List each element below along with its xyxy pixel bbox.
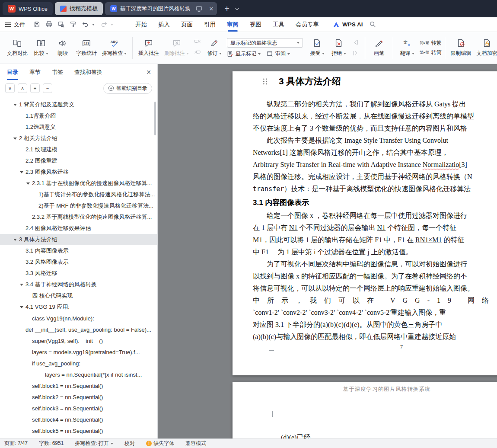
review-pane-button[interactable]: 审阅 <box>267 50 290 58</box>
paragraph-drag-handle[interactable] <box>262 78 268 85</box>
document-page-1[interactable]: 3 具体方法介绍纵观第二部分的相关方法，我们了解到图像风格迁移从 Gatys 提… <box>233 71 497 375</box>
toc-item[interactable]: 3.3 风格迁移 <box>0 268 157 279</box>
doc-text-line[interactable]: 对应图 3.1 下半部分的(a)(b)(c)(d)(e)。从图中的黄色三角房子中 <box>253 319 497 331</box>
toc-item[interactable]: 3.1 内容图像表示 <box>0 245 157 256</box>
doc-text-line[interactable]: 络的风格迁移以来，经过不断发展，从在线图像慢速迁移到离线的单模型 <box>253 110 497 122</box>
spell-check-button[interactable]: ABC 拼写检查 <box>99 35 129 61</box>
status-proofread[interactable]: 校对 <box>124 440 135 447</box>
document-page-2[interactable]: 基于深度学习的图片风格转换系统 (d)(e)已经 <box>233 382 497 438</box>
doc-text-line[interactable]: 中 F1 为 1 层中第 i 个过滤器在位置 j 上的激活值。 <box>253 246 497 258</box>
status-page-count[interactable]: 页面: 7/47 <box>4 440 28 447</box>
zoom-in-button[interactable]: + <box>30 83 40 93</box>
doc-text-line[interactable]: 将信息可视化，可以从以特定的一个网络层上的响应重建初始输入图像。 <box>253 282 497 294</box>
document-canvas[interactable]: 3 具体方法介绍纵观第二部分的相关方法，我们了解到图像风格迁移从 Gatys 提… <box>158 64 497 438</box>
encrypt-button[interactable]: 文档加密 <box>474 35 497 61</box>
redo-dropdown-icon[interactable] <box>111 24 113 26</box>
expand-toggle-icon[interactable] <box>20 306 23 308</box>
insert-comment-button[interactable]: 插入批注 <box>136 35 162 61</box>
toc-item[interactable]: self.block4 = nn.Sequential() <box>0 414 157 425</box>
doc-text-line[interactable]: `conv1-2' `conv2-2' `conv3-2' `conv4-2' … <box>253 307 497 319</box>
menu-tab-插入[interactable]: 插入 <box>158 17 170 32</box>
ai-recognize-toc-button[interactable]: 智能识别目录 <box>103 83 152 94</box>
sidebar-scrollbar-thumb[interactable] <box>154 102 156 135</box>
doc-heading[interactable]: 3 具体方法介绍 <box>279 75 497 88</box>
doc-text-line[interactable]: 此次报告主要是根据论文 Image Style Transfer Using C… <box>253 134 497 147</box>
toc-item[interactable]: if use_avg_pooling: <box>0 358 157 369</box>
menu-tab-视图[interactable]: 视图 <box>250 17 261 32</box>
new-tab-button[interactable]: + <box>223 4 231 13</box>
status-missing-font[interactable]: ! 缺失字体 <box>146 440 174 447</box>
print-preview-button[interactable] <box>55 19 67 30</box>
sidebar-tab-目录[interactable]: 目录 <box>7 64 18 80</box>
toc-item[interactable]: self.block2 = nn.Sequential() <box>0 391 157 403</box>
translate-button[interactable]: 文 A 翻译 <box>396 35 418 61</box>
tab-docer-templates[interactable]: 找稻壳模板 <box>55 2 103 15</box>
compare-button[interactable]: 比较 <box>30 35 52 61</box>
print-button[interactable] <box>43 19 54 30</box>
toc-item[interactable]: 1.2选题意义 <box>0 122 157 133</box>
doc-text-line[interactable]: 风格的图像迁移。完成相应设计，主要使用基于神经网络的风格转换（N <box>253 171 497 183</box>
toc-item[interactable]: self.block3 = nn.Sequential() <box>0 403 157 414</box>
toc-item[interactable]: 2.3.2 基于离线模型优化的快速图像风格迁移算... <box>0 211 157 223</box>
toc-item[interactable]: self.block5 = nn.Sequential() <box>0 425 157 436</box>
wps-ai-button[interactable]: WPS AI <box>332 21 363 29</box>
toc-item[interactable]: 2.3.1 基于在线图像优化的慢速图像风格迁移算... <box>0 178 157 189</box>
doc-text-line[interactable]: (d)(e)已经 <box>281 433 310 438</box>
pen-button[interactable]: 画笔 <box>368 35 390 61</box>
toc-item[interactable]: 4.1 VGG 19 应用: <box>0 301 157 313</box>
toc-item[interactable]: super(Vgg19, self).__init__() <box>0 335 157 346</box>
tab-close-icon[interactable]: ✕ <box>209 6 213 12</box>
doc-subheading[interactable]: 3.1 内容图像表示 <box>253 197 497 209</box>
expand-toggle-icon[interactable] <box>20 171 23 173</box>
tab-list-dropdown-icon[interactable] <box>235 6 239 10</box>
previous-change-button[interactable] <box>350 38 361 47</box>
toc-item[interactable]: 2.4 图像风格迁移效果评估 <box>0 223 157 234</box>
restrict-edit-button[interactable]: 限制编辑 <box>448 35 474 61</box>
toc-item[interactable]: 3 具体方法介绍 <box>0 234 157 245</box>
sidebar-tab-查找和替换[interactable]: 查找和替换 <box>74 64 102 80</box>
doc-text-line[interactable]: 给定一个图像 x ，卷积神经网络在每一层中使用过滤器对图像进行 <box>253 210 497 222</box>
menu-tab-会员专享[interactable]: 会员专享 <box>296 17 319 32</box>
accept-button[interactable]: 接受 <box>306 35 328 61</box>
expand-toggle-icon[interactable] <box>13 104 17 106</box>
doc-text-line[interactable]: 中所示，我们可以在 VGG-19 网络 <box>253 294 497 307</box>
expand-all-button[interactable]: ∧ <box>18 83 27 93</box>
status-word-count[interactable]: 字数: 6951 <box>39 440 64 447</box>
menu-tab-审阅[interactable]: 审阅 <box>227 17 239 32</box>
markup-state-select[interactable]: 显示标记的最终状态 <box>227 38 303 48</box>
toc-item[interactable]: layers = nn.Sequential(*[x if not isinst… <box>0 369 157 380</box>
toc-item[interactable]: layers = models.vgg19(pretrained=True).f… <box>0 346 157 358</box>
doc-text-line[interactable]: 纵观第二部分的相关方法，我们了解到图像风格迁移从 Gatys 提出 <box>253 98 497 110</box>
sidebar-tab-书签[interactable]: 书签 <box>52 64 63 80</box>
toc-item[interactable]: 1 背景介绍及选题意义 <box>0 99 157 110</box>
expand-toggle-icon[interactable] <box>20 284 23 286</box>
toc-item[interactable]: 1.1背景介绍 <box>0 110 157 122</box>
tab-document-active[interactable]: W 基于深度学习的图片风格转换 ✕ <box>105 2 217 15</box>
toc-item[interactable]: class Vgg19(nn.Module): <box>0 313 157 324</box>
undo-dropdown-icon[interactable] <box>92 24 95 26</box>
doc-text-line[interactable]: M1，因此可以将 1 层的输出存储在矩阵 F1 中，F1 在 RN1×M1 的特… <box>253 234 497 246</box>
doc-text-line[interactable]: 不仅在速度上有了 3 个数量级的优势，而且支持任意的内容图片和风格 <box>253 122 497 134</box>
undo-button[interactable] <box>80 19 91 30</box>
search-button[interactable] <box>367 19 379 30</box>
doc-text-line[interactable]: 为了可视化不同层次结构中编码的图像信息，可以对初始图像进行 <box>253 258 497 270</box>
to-simplified-button[interactable]: 繁▸简 转简 <box>420 49 442 56</box>
format-painter-button[interactable] <box>67 19 79 30</box>
previous-comment-button[interactable] <box>192 38 203 47</box>
toc-item[interactable]: 2.1 纹理建模 <box>0 144 157 155</box>
doc-text-line[interactable]: 在 1 层中有 N1 个不同过滤器的层会输出 N1 个特征图，每一个特征 <box>253 222 497 234</box>
next-change-button[interactable] <box>350 49 361 58</box>
word-count-button[interactable]: 123 字数统计 <box>73 35 99 61</box>
menu-tab-开始[interactable]: 开始 <box>135 17 147 32</box>
toc-item[interactable]: 四 核心代码实现 <box>0 290 157 301</box>
toc-item[interactable]: self.block1 = nn.Sequential() <box>0 380 157 391</box>
toc-item[interactable]: 2.2 图像重建 <box>0 155 157 166</box>
status-compat-mode[interactable]: 兼容模式 <box>185 440 206 447</box>
toc-item[interactable]: 2.3 图像风格迁移 <box>0 166 157 178</box>
to-traditional-button[interactable]: 简▸繁 转繁 <box>420 39 442 47</box>
status-spell-check[interactable]: 拼写检查: 打开 <box>75 440 113 447</box>
doc-compare-button[interactable]: 文档对比 <box>4 35 30 61</box>
redo-button[interactable] <box>98 19 109 30</box>
toc-item[interactable]: def __init__(self, use_avg_pooling: bool… <box>0 324 157 335</box>
expand-toggle-icon[interactable] <box>13 138 17 140</box>
